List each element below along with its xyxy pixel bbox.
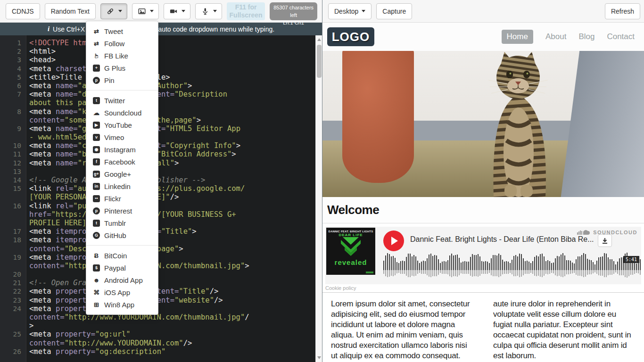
menu-item-paypal[interactable]: $Paypal — [86, 262, 158, 274]
code-line: content="http://www.YOURDOMAIN.com/thumb… — [0, 262, 322, 270]
nav-item-blog[interactable]: Blog — [578, 32, 594, 41]
code-line: content="http://www.YOURDOMAIN.com/thumb… — [0, 313, 322, 321]
code-line: 13 — [0, 167, 322, 176]
refresh-button[interactable]: Refresh — [605, 3, 640, 19]
menu-item-soundcloud[interactable]: ☁Soundcloud — [86, 107, 158, 119]
menu-item-github[interactable]: GGitHub — [86, 229, 158, 241]
menu-divider — [86, 245, 158, 246]
characters-left-badge: 85307 characters left Ln:1 Ch1 — [270, 2, 317, 20]
capture-button[interactable]: Capture — [376, 3, 412, 19]
revealed-wordmark: revealed — [326, 258, 375, 266]
menu-item-pinterest[interactable]: pPinterest — [86, 205, 158, 217]
menu-item-label: Android App — [104, 276, 143, 284]
line-number — [0, 245, 26, 253]
google-plus-square-icon: + — [92, 65, 100, 72]
menu-divider — [86, 90, 158, 90]
tumblr-icon: t — [92, 220, 100, 227]
code-line: href="https://plus.google.com/[YOUR BUSI… — [0, 210, 322, 219]
site-nav: HomeAboutBlogContact — [502, 30, 635, 44]
line-number: 14 — [0, 176, 26, 184]
menu-item-label: Pinterest — [104, 207, 132, 215]
video-icon — [169, 7, 178, 16]
menu-item-label: Instagram — [104, 146, 136, 154]
menu-item-bitcoin[interactable]: ɃBitCoin — [86, 249, 158, 262]
code-line: 24<meta property="og:image" — [0, 304, 322, 313]
code-line: 22<meta property="og:title" content="Tit… — [0, 287, 322, 296]
nav-item-about[interactable]: About — [545, 32, 566, 41]
menu-item-flickr[interactable]: ••Flickr — [86, 192, 158, 205]
play-button[interactable] — [383, 230, 404, 251]
menu-item-g-plus[interactable]: +G Plus — [86, 62, 158, 74]
bitcoin-icon: Ƀ — [92, 252, 100, 259]
line-number: 9 — [0, 124, 26, 133]
github-icon: G — [92, 232, 100, 239]
menu-item-ios-app[interactable]: ⌘iOS App — [86, 286, 158, 298]
menu-item-linkedin[interactable]: inLinkedin — [86, 180, 158, 192]
code-line: 16<link rel="publisher" — [0, 202, 322, 210]
code-line: 1<!DOCTYPE html> — [0, 39, 322, 47]
scroll-down-icon[interactable] — [317, 356, 321, 359]
menu-item-tweet[interactable]: ⇄Tweet — [86, 25, 158, 37]
line-number: 7 — [0, 90, 26, 99]
line-number: 12 — [0, 159, 26, 167]
menu-item-youtube[interactable]: ▶YouTube — [86, 119, 158, 131]
line-number — [0, 339, 26, 347]
microphone-icon — [200, 7, 210, 16]
scroll-up-icon[interactable] — [317, 38, 321, 41]
nav-item-home[interactable]: Home — [502, 30, 533, 44]
menu-item-fb-like[interactable]: ☞FB Like — [86, 49, 158, 62]
line-number: 26 — [0, 347, 26, 356]
line-number: 6 — [0, 82, 26, 90]
tabby-kitten-illustration — [464, 51, 572, 197]
menu-item-google-[interactable]: g+Google+ — [86, 168, 158, 180]
menu-item-label: Vimeo — [104, 133, 124, 141]
code-line: about this page"> — [0, 99, 322, 107]
menu-item-tumblr[interactable]: tTumblr — [86, 217, 158, 229]
menu-item-android-app[interactable]: ☻Android App — [86, 274, 158, 286]
menu-item-label: G Plus — [104, 64, 125, 72]
menu-item-label: Soundcloud — [104, 109, 141, 117]
menu-item-label: FB Like — [104, 52, 128, 60]
insert-video-dropdown-button[interactable] — [164, 3, 190, 19]
insert-audio-dropdown-button[interactable] — [195, 3, 222, 19]
waveform[interactable] — [383, 252, 642, 278]
menu-item-win8-app[interactable]: ⊞Win8 App — [86, 298, 158, 311]
code-line: 4<meta charset="utf-8"> — [0, 65, 322, 73]
menu-item-vimeo[interactable]: vVimeo — [86, 131, 158, 143]
cookie-policy-link[interactable]: Cookie policy — [322, 284, 644, 293]
line-number: 1 — [0, 39, 26, 47]
nav-item-contact[interactable]: Contact — [607, 32, 635, 41]
download-button[interactable] — [598, 234, 612, 247]
code-line: 23<meta property="og:type" content="webs… — [0, 296, 322, 304]
menu-item-label: Twitter — [104, 97, 125, 105]
menu-item-facebook[interactable]: fFacebook — [86, 156, 158, 168]
device-dropdown-button[interactable]: Desktop — [328, 3, 372, 19]
menu-item-twitter[interactable]: tTwitter — [86, 94, 158, 107]
code-line: 14<!-- Google Authorship and Publisher -… — [0, 176, 322, 184]
menu-item-label: iOS App — [104, 288, 130, 296]
insert-image-dropdown-button[interactable] — [132, 3, 159, 19]
insert-link-dropdown-button[interactable] — [100, 3, 127, 19]
code-line: [YOUR PERSONAL G+ PROFILE HERE]"/> — [0, 193, 322, 201]
chevron-down-icon — [150, 10, 154, 12]
editor-scrollbar[interactable] — [315, 35, 322, 362]
code-line: 6<meta name="author" content="Author"> — [0, 82, 322, 90]
random-text-button[interactable]: Random Text — [45, 3, 96, 19]
track-title-link[interactable]: Dannic Feat. Bright Lights - Dear Life (… — [410, 235, 594, 244]
code-line: PROFILE HERE]"/> — [0, 219, 322, 227]
windows-icon: ⊞ — [92, 301, 100, 308]
line-number: 24 — [0, 304, 26, 313]
play-icon — [391, 237, 398, 245]
menu-item-label: GitHub — [104, 231, 126, 239]
menu-item-instagram[interactable]: ◉Instagram — [86, 143, 158, 156]
code-line: 19<meta itemprop="image" — [0, 253, 322, 262]
line-number — [0, 210, 26, 219]
lorem-column-1: Lorem ipsum dolor sit amet, consectetur … — [331, 299, 471, 362]
menu-item-follow[interactable]: ⇄Follow — [86, 37, 158, 49]
menu-item-pin[interactable]: pPin — [86, 74, 158, 86]
code-editor-content[interactable]: 1<!DOCTYPE html>2<html>3<head>4<meta cha… — [0, 35, 322, 362]
editor-toolbar: CDNJS Random Text — [0, 0, 322, 23]
code-editor[interactable]: 1<!DOCTYPE html>2<html>3<head>4<meta cha… — [0, 35, 322, 362]
scrollbar-thumb[interactable] — [317, 45, 322, 78]
cdnjs-button[interactable]: CDNJS — [6, 3, 40, 19]
